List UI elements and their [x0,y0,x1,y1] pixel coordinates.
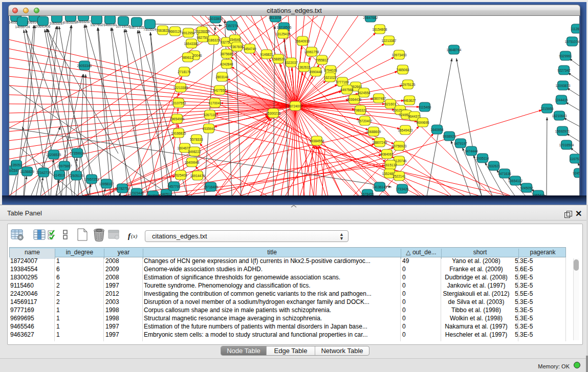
svg-text:2367608: 2367608 [230,45,244,49]
svg-text:16409948: 16409948 [185,161,200,164]
svg-text:9227342: 9227342 [557,69,571,72]
svg-text:20847682: 20847682 [363,16,378,19]
svg-text:7663822: 7663822 [156,29,169,32]
svg-text:10958107: 10958107 [99,182,114,186]
svg-text:19654985: 19654985 [170,117,185,121]
svg-text:14055724: 14055724 [15,25,30,29]
svg-text:7485063: 7485063 [396,68,409,72]
svg-text:5578333: 5578333 [190,138,203,141]
svg-text:10719155: 10719155 [116,25,131,28]
svg-text:13125419: 13125419 [276,32,291,36]
svg-text:7515524: 7515524 [143,28,157,31]
svg-text:12975125: 12975125 [401,83,416,86]
svg-text:9644371: 9644371 [408,115,421,118]
svg-text:16543382: 16543382 [184,42,199,46]
svg-text:15716485: 15716485 [204,185,219,189]
svg-text:9474444: 9474444 [465,149,478,153]
svg-text:8813054: 8813054 [269,16,282,19]
svg-text:11156829: 11156829 [20,170,34,173]
svg-text:6794028: 6794028 [324,69,337,72]
svg-text:14136141: 14136141 [373,185,387,189]
svg-text:114519: 114519 [54,173,65,177]
svg-text:4535941: 4535941 [202,127,215,130]
svg-text:8471636: 8471636 [498,172,511,176]
svg-text:18724007: 18724007 [288,104,303,108]
svg-text:6466160: 6466160 [103,23,117,27]
svg-text:8990448: 8990448 [309,70,322,74]
svg-text:25300215: 25300215 [266,112,281,115]
svg-text:20691406: 20691406 [36,25,51,28]
svg-text:12213387: 12213387 [382,39,397,42]
svg-text:9463627: 9463627 [403,99,416,102]
svg-text:8322037: 8322037 [285,61,298,64]
svg-text:9777169: 9777169 [336,80,349,84]
svg-text:7625402: 7625402 [174,173,187,177]
svg-text:16782759: 16782759 [115,187,130,190]
svg-text:12093873: 12093873 [556,84,571,87]
svg-text:7986322: 7986322 [354,108,367,112]
svg-text:10807487: 10807487 [372,97,386,100]
svg-text:19218506: 19218506 [277,26,292,29]
svg-text:9242848: 9242848 [220,62,233,66]
svg-text:9115460: 9115460 [419,105,431,109]
svg-text:10653287: 10653287 [50,21,64,25]
svg-text:18807249: 18807249 [373,141,387,144]
svg-text:10973493: 10973493 [392,53,407,57]
svg-text:1527602: 1527602 [90,23,103,27]
svg-text:9146821: 9146821 [260,53,273,56]
svg-text:9699695: 9699695 [416,121,429,124]
svg-text:20975867: 20975867 [57,164,72,168]
svg-text:1065411: 1065411 [532,193,545,196]
svg-text:29053346: 29053346 [77,64,92,68]
svg-text:1640954: 1640954 [430,128,444,132]
svg-text:1678455: 1678455 [361,192,374,196]
svg-text:19384554: 19384554 [310,139,324,143]
svg-text:16549423: 16549423 [398,128,413,132]
svg-text:20206535: 20206535 [47,153,61,157]
svg-text:621601: 621601 [385,102,396,106]
svg-text:19166825: 19166825 [171,132,186,135]
svg-text:15692971: 15692971 [555,129,570,133]
svg-text:4170041: 4170041 [208,101,222,105]
svg-text:12323446: 12323446 [129,191,144,195]
svg-text:9457791: 9457791 [167,185,181,188]
svg-text:16033809: 16033809 [208,17,223,20]
svg-text:2803144: 2803144 [215,75,229,79]
svg-text:116753: 116753 [570,157,580,161]
svg-text:17016504: 17016504 [559,143,574,147]
svg-text:2522141: 2522141 [393,174,406,178]
svg-text:9329961: 9329961 [559,54,572,58]
svg-text:16154808: 16154808 [373,28,387,31]
svg-text:8912954: 8912954 [182,31,195,35]
svg-text:10756923: 10756923 [392,144,407,148]
svg-text:1244415: 1244415 [555,98,568,102]
svg-text:2718176: 2718176 [178,70,191,74]
svg-text:1112835: 1112835 [571,27,580,31]
svg-text:(x): (x) [131,233,138,239]
svg-text:20364436: 20364436 [347,98,362,101]
svg-text:1588520: 1588520 [272,57,285,61]
svg-text:15720407: 15720407 [358,119,373,123]
svg-text:16671355: 16671355 [129,26,144,29]
svg-text:12505135: 12505135 [69,174,84,178]
svg-text:989612: 989612 [182,56,193,59]
svg-text:940512: 940512 [161,192,172,196]
svg-text:6497568: 6497568 [340,88,354,92]
svg-text:15751074: 15751074 [565,40,580,43]
svg-text:16210643: 16210643 [552,114,567,118]
svg-text:9612310: 9612310 [146,194,160,196]
svg-text:7357274: 7357274 [225,24,238,28]
svg-text:9084067: 9084067 [380,152,394,156]
svg-text:16648764: 16648764 [447,48,462,52]
svg-text:154646: 154646 [229,38,241,41]
svg-text:12342737: 12342737 [36,171,51,174]
svg-text:10688609: 10688609 [366,130,381,134]
svg-text:7955812: 7955812 [315,58,329,62]
svg-text:8427552: 8427552 [213,89,226,92]
svg-text:3215955: 3215955 [540,107,554,111]
svg-text:9245052: 9245052 [520,186,533,190]
svg-text:3267110: 3267110 [204,113,216,117]
svg-text:12213383: 12213383 [173,86,188,90]
svg-text:3875685: 3875685 [220,52,233,56]
svg-text:1615132: 1615132 [384,163,397,167]
